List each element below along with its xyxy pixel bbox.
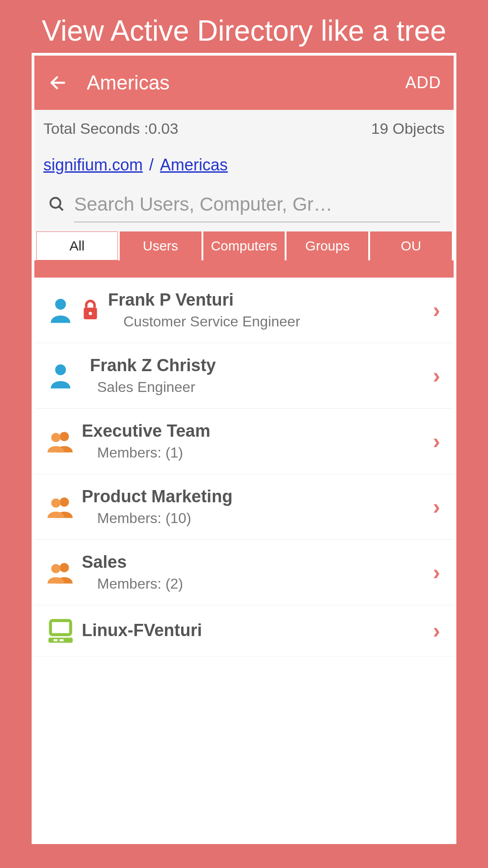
list-item[interactable]: Frank Z Christy Sales Engineer › bbox=[34, 343, 454, 409]
breadcrumb: signifium.com / Americas bbox=[34, 147, 454, 187]
tab-underline bbox=[34, 260, 454, 278]
group-icon bbox=[43, 561, 77, 584]
chevron-right-icon: › bbox=[428, 429, 445, 453]
list-item[interactable]: Sales Members: (2) › bbox=[34, 540, 454, 605]
svg-rect-15 bbox=[53, 639, 57, 641]
device-frame: Americas ADD Total Seconds :0.03 19 Obje… bbox=[32, 53, 456, 844]
list-item[interactable]: Executive Team Members: (1) › bbox=[34, 409, 454, 474]
group-icon bbox=[43, 429, 77, 453]
list-item[interactable]: Frank P Venturi Customer Service Enginee… bbox=[34, 278, 454, 343]
item-subtitle: Members: (10) bbox=[82, 510, 428, 527]
svg-point-8 bbox=[51, 433, 61, 442]
tab-ou[interactable]: OU bbox=[370, 231, 452, 260]
svg-point-7 bbox=[59, 432, 69, 441]
item-title: Product Marketing bbox=[82, 487, 428, 506]
meta-row: Total Seconds :0.03 19 Objects bbox=[34, 110, 454, 147]
list-item[interactable]: Linux-FVenturi › bbox=[34, 605, 454, 656]
search-row bbox=[34, 187, 454, 231]
search-input[interactable] bbox=[74, 187, 440, 222]
svg-point-1 bbox=[51, 198, 61, 208]
chevron-right-icon: › bbox=[428, 297, 445, 322]
svg-point-3 bbox=[55, 299, 66, 310]
search-icon bbox=[48, 195, 65, 214]
chevron-right-icon: › bbox=[428, 363, 445, 388]
chevron-right-icon: › bbox=[428, 618, 445, 643]
chevron-right-icon: › bbox=[428, 560, 445, 585]
svg-point-10 bbox=[51, 498, 61, 508]
svg-point-6 bbox=[55, 364, 66, 375]
tab-computers[interactable]: Computers bbox=[203, 231, 285, 260]
svg-point-9 bbox=[59, 497, 69, 507]
tab-users[interactable]: Users bbox=[120, 231, 202, 260]
add-button[interactable]: ADD bbox=[405, 73, 441, 92]
breadcrumb-current[interactable]: Americas bbox=[160, 156, 228, 174]
list-item[interactable]: Product Marketing Members: (10) › bbox=[34, 474, 454, 540]
user-icon bbox=[43, 297, 77, 323]
back-button[interactable] bbox=[47, 72, 69, 94]
computer-icon bbox=[43, 618, 77, 643]
tab-all[interactable]: All bbox=[36, 231, 118, 260]
svg-point-12 bbox=[51, 564, 61, 573]
item-subtitle: Members: (2) bbox=[82, 576, 428, 592]
svg-point-11 bbox=[59, 563, 69, 572]
svg-line-2 bbox=[59, 206, 63, 210]
item-subtitle: Members: (1) bbox=[82, 444, 428, 461]
lock-icon bbox=[77, 298, 103, 322]
arrow-left-icon bbox=[48, 73, 67, 92]
page-title: Americas bbox=[87, 71, 405, 94]
item-title: Frank Z Christy bbox=[82, 356, 428, 375]
user-icon bbox=[43, 363, 77, 389]
item-subtitle: Sales Engineer bbox=[82, 379, 428, 396]
chevron-right-icon: › bbox=[428, 494, 445, 519]
svg-rect-16 bbox=[59, 639, 63, 641]
directory-list: Frank P Venturi Customer Service Enginee… bbox=[34, 278, 454, 656]
item-title: Frank P Venturi bbox=[108, 290, 428, 310]
breadcrumb-root[interactable]: signifium.com bbox=[43, 156, 143, 174]
svg-rect-13 bbox=[50, 620, 70, 634]
breadcrumb-separator: / bbox=[145, 156, 158, 174]
app-bar: Americas ADD bbox=[34, 56, 454, 110]
filter-tabs: All Users Computers Groups OU bbox=[34, 231, 454, 260]
group-icon bbox=[43, 495, 77, 519]
promo-title: View Active Directory like a tree bbox=[0, 0, 488, 48]
item-subtitle: Customer Service Engineer bbox=[108, 313, 428, 330]
item-title: Executive Team bbox=[82, 421, 428, 441]
object-count-label: 19 Objects bbox=[371, 120, 445, 137]
tab-groups[interactable]: Groups bbox=[286, 231, 368, 260]
item-title: Sales bbox=[82, 552, 428, 572]
total-seconds-label: Total Seconds :0.03 bbox=[43, 120, 178, 137]
item-title: Linux-FVenturi bbox=[82, 621, 428, 640]
svg-point-5 bbox=[89, 311, 92, 315]
